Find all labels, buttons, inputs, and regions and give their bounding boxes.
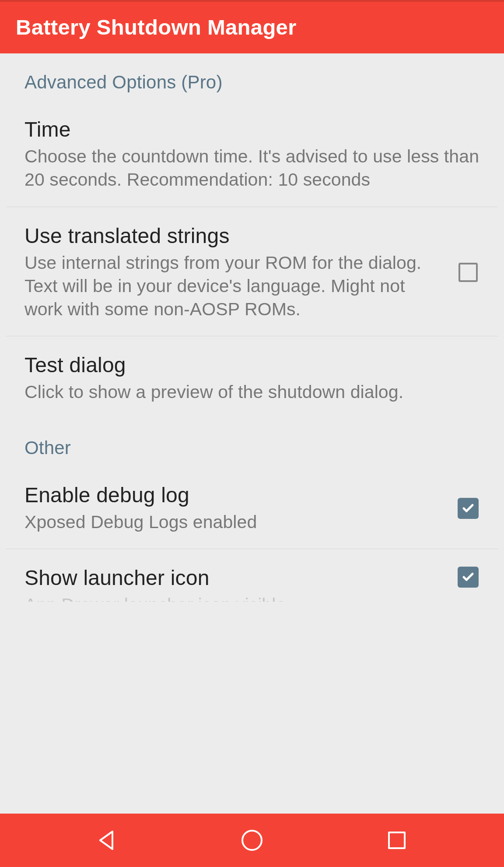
checkbox-launcher[interactable] <box>457 566 480 589</box>
pref-text-block: Enable debug log Xposed Debug Logs enabl… <box>24 483 446 534</box>
section-header-other: Other <box>6 419 498 466</box>
navigation-bar <box>0 814 504 867</box>
pref-text-block: Time Choose the countdown time. It's adv… <box>24 117 480 192</box>
nav-recents-button[interactable] <box>384 827 410 853</box>
pref-summary: Click to show a preview of the shutdown … <box>24 381 480 404</box>
checkbox-debug[interactable] <box>457 497 480 520</box>
app-bar: Battery Shutdown Manager <box>0 2 504 53</box>
back-triangle-icon <box>94 827 120 853</box>
pref-text-block: Test dialog Click to show a preview of t… <box>24 353 480 404</box>
checkbox-unchecked-icon <box>458 263 478 282</box>
recents-square-icon <box>384 827 410 853</box>
pref-text-block: Show launcher icon App Drawer launcher i… <box>24 566 446 602</box>
pref-title: Show launcher icon <box>24 566 446 590</box>
checkbox-checked-icon <box>458 498 479 519</box>
settings-content: Advanced Options (Pro) Time Choose the c… <box>0 53 504 814</box>
pref-launcher-icon[interactable]: Show launcher icon App Drawer launcher i… <box>6 549 498 602</box>
pref-text-block: Use translated strings Use internal stri… <box>24 224 446 321</box>
pref-title: Time <box>24 117 480 141</box>
svg-rect-1 <box>389 832 405 848</box>
pref-debug-log[interactable]: Enable debug log Xposed Debug Logs enabl… <box>6 466 498 549</box>
pref-summary: Use internal strings from your ROM for t… <box>24 251 446 321</box>
pref-summary: Choose the countdown time. It's advised … <box>24 145 480 192</box>
pref-translated-strings[interactable]: Use translated strings Use internal stri… <box>6 207 498 336</box>
pref-test-dialog[interactable]: Test dialog Click to show a preview of t… <box>6 336 498 419</box>
pref-title: Use translated strings <box>24 224 446 248</box>
pref-title: Enable debug log <box>24 483 446 507</box>
app-title: Battery Shutdown Manager <box>16 15 488 39</box>
pref-time[interactable]: Time Choose the countdown time. It's adv… <box>6 101 498 207</box>
pref-title: Test dialog <box>24 353 480 377</box>
checkmark-icon <box>462 571 475 584</box>
nav-home-button[interactable] <box>239 827 265 853</box>
svg-point-0 <box>242 831 262 850</box>
home-circle-icon <box>239 827 265 853</box>
checkmark-icon <box>462 502 475 515</box>
nav-back-button[interactable] <box>94 827 120 853</box>
pref-summary: App Drawer launcher icon visible <box>24 593 446 602</box>
pref-summary: Xposed Debug Logs enabled <box>24 511 446 534</box>
checkbox-checked-icon <box>458 567 479 588</box>
checkbox-translated[interactable] <box>457 261 480 284</box>
section-header-advanced: Advanced Options (Pro) <box>6 53 498 101</box>
